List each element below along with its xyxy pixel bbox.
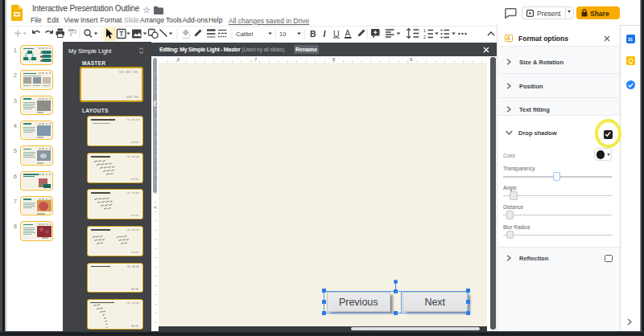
svg-text:2: 2 [423,35,426,39]
svg-text:1: 1 [423,28,426,33]
svg-text:B: B [310,29,316,39]
svg-text:A: A [345,29,351,38]
svg-text:I: I [324,29,327,39]
svg-text:U: U [333,29,340,39]
